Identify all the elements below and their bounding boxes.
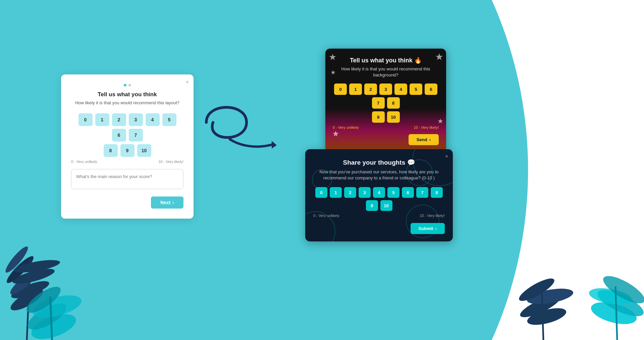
card-subtitle: How likely it is that you would recommen…: [71, 100, 183, 106]
teal-score-btn-6[interactable]: 6: [402, 187, 414, 198]
teal-score-btn-0[interactable]: 0: [315, 187, 327, 198]
dark-card-subtitle: How likely it is that you would recommen…: [333, 66, 439, 78]
send-label: Send: [417, 137, 427, 142]
score-buttons-row2: 8 9 10: [71, 144, 183, 157]
submit-chevron-icon: ›: [435, 226, 437, 231]
teal-label-high: 10 - Very likely!: [420, 214, 445, 218]
card-title: Tell us what you think: [71, 91, 183, 98]
dark-label-high: 10 - Very likely!: [414, 125, 439, 129]
next-chevron-icon: ›: [172, 200, 174, 205]
teal-card-subtitle: Now that you've purchased our services, …: [313, 169, 445, 181]
svg-marker-23: [272, 141, 277, 149]
next-label: Next: [160, 200, 170, 205]
label-low: 0 - Very unlikely: [71, 160, 97, 164]
dark-score-buttons-row2: 9 10: [333, 111, 439, 123]
teal-score-btn-8[interactable]: 8: [431, 187, 443, 198]
main-survey-card: × Tell us what you think How likely it i…: [61, 74, 194, 219]
reason-input[interactable]: [71, 169, 183, 189]
label-high: 10 - Very likely!: [158, 160, 183, 164]
teal-score-btn-2[interactable]: 2: [344, 187, 356, 198]
score-btn-8[interactable]: 8: [104, 144, 118, 157]
score-btn-7[interactable]: 7: [129, 129, 143, 141]
plant-right-dark-decoration: [510, 223, 577, 340]
dark-score-btn-1[interactable]: 1: [349, 83, 362, 95]
dark-score-btn-9[interactable]: 9: [372, 111, 385, 123]
score-btn-0[interactable]: 0: [78, 113, 93, 126]
swirl-arrow: [186, 96, 283, 169]
score-btn-3[interactable]: 3: [129, 113, 143, 126]
dark-score-btn-3[interactable]: 3: [379, 83, 392, 95]
dot-2: [128, 84, 131, 87]
plant-left-decoration: [0, 199, 94, 340]
teal-score-btn-4[interactable]: 4: [373, 187, 385, 198]
dark-score-btn-7[interactable]: 7: [372, 97, 385, 109]
dark-score-labels: 0 - Very unlikely 10 - Very likely!: [333, 125, 439, 129]
teal-score-btn-3[interactable]: 3: [359, 187, 371, 198]
submit-label: Submit: [419, 226, 433, 231]
plant-right-teal-decoration: [570, 239, 644, 340]
dark-score-btn-6[interactable]: 6: [425, 83, 437, 95]
dark-card-title: Tell us what you think 🔥: [333, 57, 439, 64]
teal-score-labels: 0 - Very unlikely 10 - Very likely!: [313, 214, 445, 218]
dark-survey-card: ★ ★ ★ ★ ★ Tell us what you think 🔥 How l…: [325, 49, 446, 152]
score-btn-5[interactable]: 5: [162, 113, 176, 126]
teal-score-buttons: 0 1 2 3 4 5 6 7 8 9 10: [313, 187, 445, 211]
dark-score-btn-10[interactable]: 10: [387, 111, 400, 123]
dot-1: [124, 84, 126, 87]
next-button[interactable]: Next ›: [151, 196, 183, 209]
dark-score-btn-2[interactable]: 2: [364, 83, 377, 95]
dark-score-buttons-row1: 0 1 2 3 4 5 6 7 8: [333, 83, 439, 109]
teal-score-btn-5[interactable]: 5: [387, 187, 399, 198]
send-chevron-icon: ›: [429, 137, 431, 142]
teal-survey-card: × Share your thoughts 💬 Now that you've …: [305, 149, 453, 241]
score-btn-10[interactable]: 10: [137, 144, 151, 157]
dark-score-btn-0[interactable]: 0: [334, 83, 347, 95]
teal-score-btn-9[interactable]: 9: [366, 200, 378, 211]
close-button[interactable]: ×: [186, 79, 189, 85]
teal-close-button[interactable]: ×: [445, 153, 448, 159]
score-btn-6[interactable]: 6: [112, 129, 126, 141]
teal-card-title: Share your thoughts 💬: [313, 159, 445, 166]
teal-label-low: 0 - Very unlikely: [313, 214, 339, 218]
score-btn-4[interactable]: 4: [146, 113, 160, 126]
progress-dots: [71, 84, 183, 87]
score-btn-2[interactable]: 2: [112, 113, 126, 126]
dark-score-btn-5[interactable]: 5: [410, 83, 422, 95]
teal-score-btn-7[interactable]: 7: [416, 187, 428, 198]
dark-label-low: 0 - Very unlikely: [333, 125, 359, 129]
score-labels: 0 - Very unlikely 10 - Very likely!: [71, 160, 183, 164]
dark-score-btn-4[interactable]: 4: [394, 83, 407, 95]
submit-button[interactable]: Submit ›: [411, 223, 445, 234]
teal-score-btn-10[interactable]: 10: [380, 200, 392, 211]
score-buttons-row1: 0 1 2 3 4 5 6 7: [71, 113, 183, 141]
send-button[interactable]: Send ›: [409, 134, 439, 145]
score-btn-9[interactable]: 9: [120, 144, 135, 157]
teal-score-btn-1[interactable]: 1: [330, 187, 342, 198]
score-btn-1[interactable]: 1: [95, 113, 109, 126]
dark-score-btn-8[interactable]: 8: [387, 97, 400, 109]
